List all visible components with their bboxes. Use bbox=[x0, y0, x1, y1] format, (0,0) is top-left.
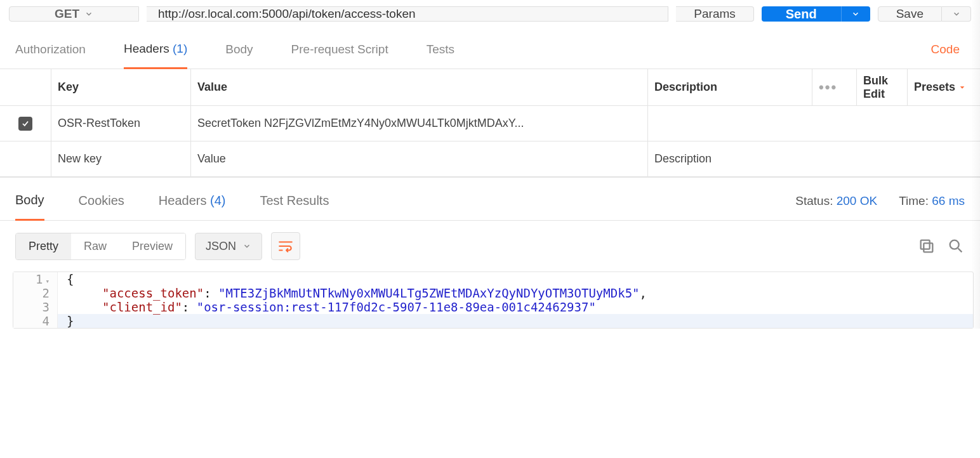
response-tabs: Body Cookies Headers (4) Test Results St… bbox=[0, 178, 980, 221]
col-value: Value bbox=[190, 69, 647, 105]
line-number: 4 bbox=[13, 314, 58, 328]
tab-headers[interactable]: Headers (1) bbox=[124, 42, 187, 69]
resp-tab-cookies[interactable]: Cookies bbox=[79, 193, 124, 219]
chevron-down-icon bbox=[242, 242, 251, 251]
http-method-label: GET bbox=[55, 7, 79, 21]
view-mode-group: Pretty Raw Preview bbox=[15, 233, 186, 260]
caret-down-icon bbox=[959, 84, 965, 91]
save-button[interactable]: Save bbox=[878, 6, 942, 22]
headers-table: Key Value Description ••• Bulk Edit Pres… bbox=[0, 69, 980, 178]
tab-tests[interactable]: Tests bbox=[427, 43, 454, 68]
presets-dropdown[interactable]: Presets bbox=[907, 69, 980, 105]
time-value: 66 ms bbox=[932, 194, 965, 207]
col-description: Description bbox=[647, 69, 812, 105]
wrap-lines-button[interactable] bbox=[271, 232, 300, 260]
body-toolbar: Pretty Raw Preview JSON bbox=[0, 221, 980, 272]
svg-rect-0 bbox=[924, 243, 932, 252]
ellipsis-icon: ••• bbox=[819, 79, 837, 96]
table-row-new: New key Value Description bbox=[0, 141, 980, 177]
view-preview[interactable]: Preview bbox=[119, 233, 185, 259]
params-button[interactable]: Params bbox=[676, 6, 753, 22]
response-body-editor[interactable]: 1 { 2 "access_token": "MTE3ZjBkMmUtNTkwN… bbox=[13, 272, 974, 329]
header-value-cell[interactable]: SecretToken N2FjZGVlZmEtMzY4Ny0xMWU4LTk0… bbox=[190, 106, 647, 141]
table-row: OSR-RestToken SecretToken N2FjZGVlZmEtMz… bbox=[0, 106, 980, 141]
chevron-down-icon bbox=[952, 10, 961, 18]
new-desc-input[interactable]: Description bbox=[647, 141, 980, 176]
col-key: Key bbox=[51, 69, 190, 105]
scrollbar-track[interactable] bbox=[971, 0, 980, 329]
resp-tab-body[interactable]: Body bbox=[15, 193, 44, 221]
send-dropdown[interactable] bbox=[841, 6, 870, 22]
svg-rect-1 bbox=[921, 240, 930, 249]
line-number: 3 bbox=[13, 300, 58, 314]
format-select[interactable]: JSON bbox=[195, 233, 262, 260]
more-options[interactable]: ••• bbox=[812, 69, 856, 105]
tab-body[interactable]: Body bbox=[225, 43, 253, 68]
wrap-icon bbox=[277, 238, 294, 254]
chevron-down-icon bbox=[84, 10, 93, 18]
request-tabs: Authorization Headers (1) Body Pre-reque… bbox=[0, 28, 980, 69]
request-bar: GET http://osr.local.com:5000/api/token/… bbox=[0, 0, 980, 28]
code-link[interactable]: Code bbox=[931, 43, 965, 68]
new-value-input[interactable]: Value bbox=[190, 141, 647, 176]
headers-table-head: Key Value Description ••• Bulk Edit Pres… bbox=[0, 69, 980, 106]
bulk-edit-link[interactable]: Bulk Edit bbox=[856, 69, 907, 105]
new-key-input[interactable]: New key bbox=[51, 141, 190, 176]
send-button[interactable]: Send bbox=[762, 6, 841, 22]
response-meta: Status: 200 OK Time: 66 ms bbox=[795, 194, 965, 219]
tab-pre-request-script[interactable]: Pre-request Script bbox=[291, 43, 388, 68]
checkbox-checked-icon bbox=[18, 117, 32, 131]
line-number: 1 bbox=[13, 272, 58, 286]
copy-icon[interactable] bbox=[918, 237, 936, 255]
resp-tab-headers[interactable]: Headers (4) bbox=[159, 193, 226, 219]
request-url-value: http://osr.local.com:5000/api/token/acce… bbox=[158, 7, 416, 21]
status-value: 200 OK bbox=[837, 194, 877, 207]
svg-point-2 bbox=[950, 240, 959, 249]
line-number: 2 bbox=[13, 286, 58, 300]
resp-tab-test-results[interactable]: Test Results bbox=[260, 193, 329, 219]
header-key-cell[interactable]: OSR-RestToken bbox=[51, 106, 190, 141]
view-pretty[interactable]: Pretty bbox=[16, 233, 71, 259]
chevron-down-icon bbox=[851, 10, 860, 18]
row-enable-toggle[interactable] bbox=[0, 106, 51, 141]
tab-authorization[interactable]: Authorization bbox=[15, 43, 86, 68]
save-dropdown[interactable] bbox=[942, 6, 971, 22]
view-raw[interactable]: Raw bbox=[71, 233, 119, 259]
search-icon[interactable] bbox=[947, 237, 965, 255]
http-method-select[interactable]: GET bbox=[9, 6, 139, 22]
header-desc-cell[interactable] bbox=[647, 106, 980, 141]
request-url-input[interactable]: http://osr.local.com:5000/api/token/acce… bbox=[147, 6, 668, 22]
